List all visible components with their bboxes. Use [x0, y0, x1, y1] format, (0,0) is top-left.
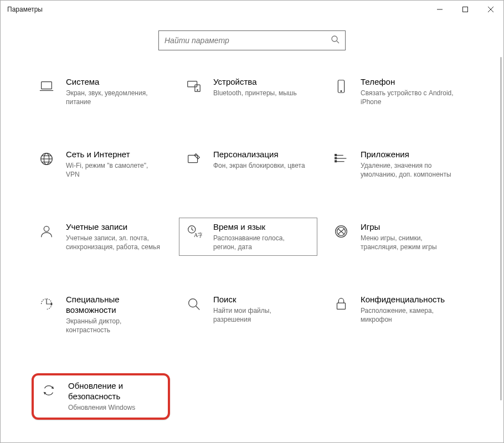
tile-system[interactable]: Система Экран, звук, уведомления, питани…	[32, 73, 170, 111]
svg-point-4	[332, 36, 337, 42]
svg-rect-22	[335, 154, 337, 156]
apps-icon	[332, 151, 351, 169]
svg-rect-18	[188, 156, 198, 163]
tile-title: Устройства	[213, 77, 297, 87]
tile-title: Телефон	[361, 77, 455, 87]
tile-sub: Wi-Fi, режим "в самолете", VPN	[66, 161, 160, 179]
search-input[interactable]	[164, 36, 331, 45]
tile-sub: Экран, звук, уведомления, питание	[66, 89, 160, 106]
tile-sub: Распознавание голоса, регион, дата	[213, 234, 307, 251]
svg-rect-6	[42, 82, 52, 89]
svg-rect-33	[337, 303, 346, 310]
svg-rect-23	[335, 157, 337, 159]
devices-icon	[184, 78, 203, 97]
tile-title: Обновление и безопасность	[68, 381, 158, 402]
tile-title: Поиск	[213, 295, 307, 305]
gaming-icon	[332, 223, 351, 242]
svg-point-25	[44, 226, 49, 231]
tile-title: Специальные возможности	[66, 295, 163, 316]
tile-search[interactable]: Поиск Найти мои файлы, разрешения	[179, 290, 317, 339]
tile-title: Время и язык	[213, 222, 307, 233]
tile-title: Персонализация	[213, 150, 305, 160]
tile-devices[interactable]: Устройства Bluetooth, принтеры, мышь	[179, 73, 317, 111]
svg-line-5	[337, 41, 339, 43]
svg-point-12	[341, 91, 342, 92]
tile-title: Приложения	[361, 150, 455, 160]
svg-rect-1	[463, 7, 468, 12]
lock-icon	[332, 296, 351, 315]
content-area: Система Экран, звук, уведомления, питани…	[1, 18, 503, 442]
tile-sub: Меню игры, снимки, трансляция, режим игр…	[361, 234, 455, 251]
tile-privacy[interactable]: Конфиденциальность Расположение, камера,…	[326, 290, 465, 339]
personalization-icon	[184, 151, 203, 169]
svg-rect-8	[188, 81, 197, 87]
tile-title: Учетные записи	[66, 222, 160, 233]
globe-icon	[37, 151, 56, 169]
tile-title: Игры	[361, 222, 455, 233]
tile-sub: Bluetooth, принтеры, мышь	[213, 89, 297, 97]
phone-icon	[332, 78, 351, 97]
tile-update-security[interactable]: Обновление и безопасность Обновления Win…	[32, 373, 170, 420]
tile-accounts[interactable]: Учетные записи Учетные записи, эл. почта…	[32, 218, 170, 256]
minimize-button[interactable]	[427, 1, 452, 18]
tile-sub: Обновления Windows	[68, 403, 158, 412]
tile-sub: Расположение, камера, микрофон	[361, 306, 455, 324]
tile-time-language[interactable]: A字 Время и язык Распознавание голоса, ре…	[179, 218, 317, 256]
search-category-icon	[184, 296, 203, 315]
laptop-icon	[37, 78, 56, 97]
tile-title: Конфиденциальность	[361, 295, 455, 305]
update-icon	[39, 382, 58, 401]
settings-grid: Система Экран, звук, уведомления, питани…	[1, 56, 503, 420]
tile-title: Система	[66, 77, 160, 87]
scrollbar-thumb[interactable]	[500, 57, 502, 400]
tile-sub: Найти мои файлы, разрешения	[213, 306, 307, 324]
tile-sub: Учетные записи, эл. почта, синхронизация…	[66, 234, 160, 251]
svg-point-31	[189, 299, 197, 307]
scrollbar[interactable]	[499, 57, 502, 411]
tile-sub: Фон, экран блокировки, цвета	[213, 161, 305, 170]
tile-network[interactable]: Сеть и Интернет Wi-Fi, режим "в самолете…	[32, 145, 170, 183]
tile-ease-of-access[interactable]: Специальные возможности Экранный диктор,…	[32, 290, 170, 339]
tile-personalization[interactable]: Персонализация Фон, экран блокировки, цв…	[179, 145, 317, 183]
accounts-icon	[37, 223, 56, 242]
search-icon	[331, 35, 340, 46]
maximize-button[interactable]	[452, 1, 478, 18]
svg-rect-24	[335, 161, 337, 162]
close-button[interactable]	[478, 1, 503, 18]
tile-phone[interactable]: Телефон Связать устройство с Android, iP…	[326, 73, 465, 111]
svg-text:A字: A字	[194, 233, 202, 239]
tile-sub: Связать устройство с Android, iPhone	[361, 89, 455, 106]
tile-sub: Удаление, значения по умолчанию, доп. ко…	[361, 161, 455, 179]
time-language-icon: A字	[184, 223, 203, 242]
tile-title: Сеть и Интернет	[66, 150, 160, 160]
tile-sub: Экранный диктор, контрастность	[66, 317, 160, 334]
search-box[interactable]	[158, 30, 346, 50]
tile-gaming[interactable]: Игры Меню игры, снимки, трансляция, режи…	[326, 218, 465, 256]
svg-line-32	[196, 306, 200, 310]
tile-apps[interactable]: Приложения Удаление, значения по умолчан…	[326, 145, 465, 183]
titlebar: Параметры	[1, 1, 503, 18]
ease-of-access-icon	[37, 296, 56, 315]
window-title: Параметры	[7, 6, 43, 13]
svg-point-10	[197, 90, 198, 91]
